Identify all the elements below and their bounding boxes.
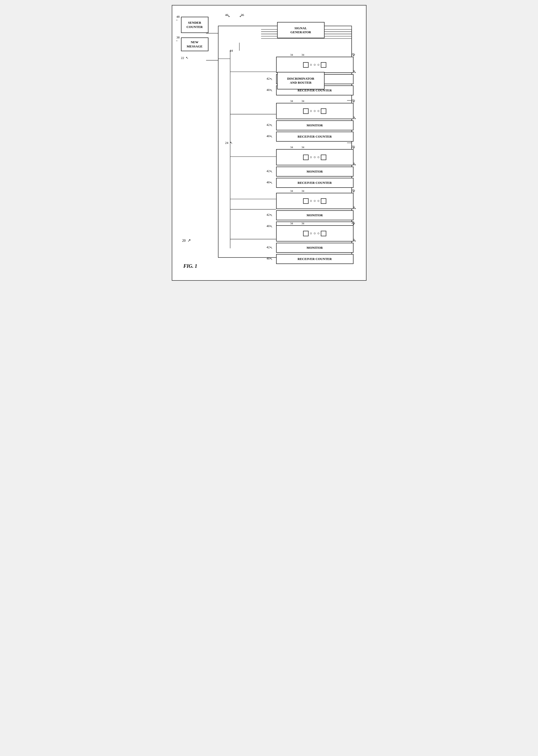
arrow-22: ↖	[186, 56, 188, 60]
new-message-box: NEWMESSAGE	[181, 37, 208, 51]
device-sq-left-5	[303, 231, 308, 236]
device-box-5: 34 34	[276, 225, 353, 242]
discriminator-label: DISCRIMINATORAND ROUTER	[287, 77, 314, 85]
device-box-2: 34 34	[276, 103, 353, 119]
ref-40-4: 40	[267, 224, 270, 228]
ref-22-container: 22 ↖	[181, 55, 188, 60]
dot-2	[314, 64, 316, 66]
receiver-group-5: 26 ↙ 32 ↘ 34 34 42 ↖	[276, 225, 353, 264]
monitor-row-4: 42 ↖ MONITOR	[276, 210, 353, 220]
ref-34-3: 34	[290, 99, 293, 102]
arrow-32-3: ↘	[353, 162, 356, 166]
device-sq-left-2	[303, 108, 308, 114]
ref-34-8: 34	[301, 189, 304, 192]
arrow-42-1: ↖	[270, 77, 273, 81]
ref-40-5: 40	[267, 257, 270, 261]
arrow-24: ↖	[230, 141, 233, 145]
dot-1	[310, 64, 312, 66]
ref-22: 22	[181, 56, 184, 60]
dot-group-5	[310, 233, 319, 234]
page: 48 ← SENDERCOUNTER 38 ← NEWMESSAGE 22 ↖	[172, 5, 366, 281]
dot-13	[310, 233, 312, 234]
dot-9	[318, 156, 319, 158]
ref-24: 24	[225, 141, 229, 145]
ref-20-container: 20 ↗	[182, 238, 191, 243]
ref-34-1: 34	[290, 53, 293, 56]
monitor-box-4: MONITOR	[276, 210, 353, 220]
arrow-40-4: ↖	[270, 224, 273, 228]
ref-40-1: 40	[267, 88, 270, 92]
ref-40-3: 40	[267, 180, 270, 184]
ref-34-6: 34	[301, 145, 304, 148]
device-sq-right-5	[321, 231, 326, 236]
sender-group: 48 ← SENDERCOUNTER 38 ← NEWMESSAGE 22 ↖	[181, 17, 208, 51]
signal-gen-label: SIGNALGENERATOR	[290, 26, 311, 34]
arrow-30: ↘	[353, 116, 356, 120]
device-box-1: 34 34	[276, 57, 353, 73]
device-sq-left-1	[303, 62, 308, 68]
arrow-36: ↙	[240, 14, 242, 18]
ref-42-5: 42	[267, 245, 270, 249]
arrow-42-3: ↖	[270, 170, 273, 174]
device-sq-left-4	[303, 198, 308, 204]
device-inner-1	[303, 62, 326, 68]
dot-6	[318, 110, 319, 112]
monitor-label-3: MONITOR	[306, 170, 323, 174]
monitor-row-5: 42 ↖ MONITOR	[276, 243, 353, 253]
ref-24-container: 24 ↖	[225, 140, 233, 145]
device-box-3: 34 34	[276, 149, 353, 165]
counter-label-3: RECEIVER COUNTER	[297, 181, 332, 185]
dot-12	[318, 200, 319, 202]
device-sq-right-1	[321, 62, 326, 68]
ref-44: 44	[230, 49, 233, 53]
ref-34-5: 34	[290, 145, 293, 148]
monitor-box-3: MONITOR	[276, 167, 353, 177]
dot-group-2	[310, 110, 319, 112]
ref-34-4: 34	[301, 99, 304, 102]
monitor-box-5: MONITOR	[276, 243, 353, 253]
device-sq-right-4	[321, 198, 326, 204]
sender-counter-box: SENDERCOUNTER	[181, 17, 208, 33]
dot-11	[314, 200, 316, 202]
receiver-group-2: 26 ↙ 30 ↘ 34 34 42 ↖	[276, 103, 353, 142]
device-inner-3	[303, 154, 326, 160]
counter-row-5: 40 ↖ RECEIVER COUNTER	[276, 254, 353, 264]
dot-group-3	[310, 156, 319, 158]
arrow-40-3: ↖	[270, 181, 273, 185]
dot-8	[314, 156, 316, 158]
arrow-38: ←	[176, 39, 179, 43]
dot-group-1	[310, 64, 319, 66]
fig-label: FIG. 1	[184, 263, 197, 269]
monitor-row-2: 42 ↖ MONITOR	[276, 120, 353, 130]
counter-row-3: 40 ↖ RECEIVER COUNTER	[276, 178, 353, 188]
device-sq-right-3	[321, 154, 326, 160]
ref-42-1: 42	[267, 77, 270, 81]
monitor-label-4: MONITOR	[306, 213, 323, 217]
device-sq-left-3	[303, 154, 308, 160]
dot-14	[314, 233, 316, 234]
arrow-28: ↘	[353, 70, 356, 74]
monitor-box-2: MONITOR	[276, 120, 353, 130]
dot-3	[318, 64, 319, 66]
device-inner-5	[303, 231, 326, 236]
counter-box-3: RECEIVER COUNTER	[276, 178, 353, 188]
dot-group-4	[310, 200, 319, 202]
ref-34-2: 34	[301, 53, 304, 56]
dot-7	[310, 156, 312, 158]
monitor-label-5: MONITOR	[306, 246, 323, 250]
ref-34-7: 34	[290, 189, 293, 192]
ref-40-2: 40	[267, 134, 270, 138]
dot-15	[318, 233, 319, 234]
counter-box-2: RECEIVER COUNTER	[276, 132, 353, 142]
arrow-32-5: ↘	[353, 239, 356, 243]
counter-row-2: 40 ↖ RECEIVER COUNTER	[276, 132, 353, 142]
monitor-row-3: 42 ↖ MONITOR	[276, 167, 353, 177]
receiver-group-3: 26 ↙ 32 ↘ 34 34 42 ↖	[276, 149, 353, 188]
ref-42-4: 42	[267, 213, 270, 217]
discriminator-box: DISCRIMINATORAND ROUTER	[277, 72, 325, 89]
diagram-container: 48 ← SENDERCOUNTER 38 ← NEWMESSAGE 22 ↖	[180, 13, 358, 273]
ref-34-10: 34	[301, 222, 304, 225]
arrow-42-4: ↖	[270, 213, 273, 217]
ref-34-9: 34	[290, 222, 293, 225]
dot-10	[310, 200, 312, 202]
